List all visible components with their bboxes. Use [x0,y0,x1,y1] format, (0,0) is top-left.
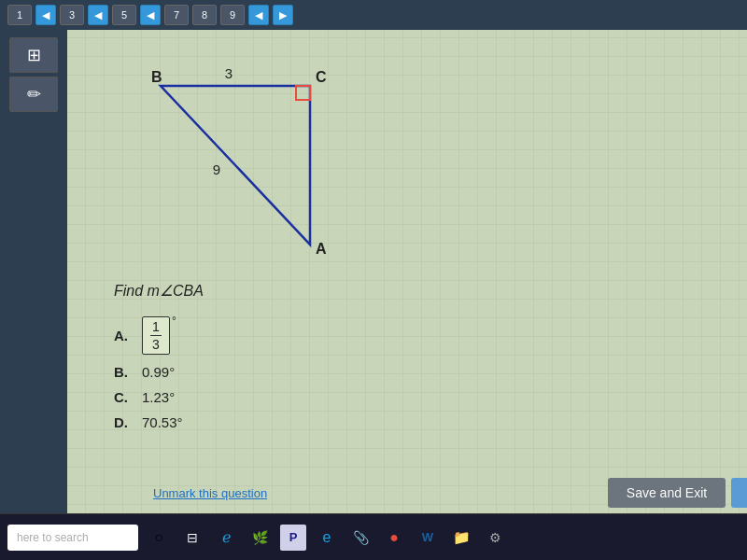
vertex-c-label: C [316,69,327,85]
nav-next-arrow[interactable]: ▶ [273,5,293,25]
grid-tool[interactable]: ⊞ [9,37,58,73]
taskbar-desktop-icon[interactable]: ⊟ [179,525,205,551]
side-ba-label: 9 [213,161,220,177]
taskbar-word-icon[interactable]: W [415,525,441,551]
nav-prev-arrow[interactable]: ◀ [35,5,56,25]
top-navigation: 1 ◀ 3 ◀ 5 ◀ 7 8 9 ◀ ▶ [0,0,747,30]
option-d-value: 70.53° [142,414,183,430]
taskbar-p-icon[interactable]: P [280,525,306,551]
nav-prev-arrow-2[interactable]: ◀ [88,5,108,25]
option-b-value: 0.99° [142,364,175,380]
action-buttons: Save and Exit Next [608,478,747,508]
nav-prev-arrow-4[interactable]: ◀ [248,5,269,25]
option-a-value: 1 3 ° [142,316,176,355]
triangle-diagram: B C A 3 9 [133,58,338,263]
pencil-tool[interactable]: ✏ [9,77,58,112]
nav-btn-7[interactable]: 7 [164,5,189,25]
right-angle-marker [296,86,310,100]
question-area: Find m∠CBA A. 1 3 ° B. 0.99° C. 1. [95,282,719,430]
nav-btn-3[interactable]: 3 [60,5,84,25]
option-c-label: C. [114,389,133,405]
taskbar-edge-icon[interactable]: ℯ [213,525,239,551]
bottom-action-bar: Unmark this question Save and Exit Next [134,472,747,513]
search-placeholder-text: here to search [17,531,89,544]
left-sidebar: ⊞ ✏ [0,30,67,560]
option-a-label: A. [114,328,133,343]
nav-btn-8[interactable]: 8 [192,5,217,25]
option-a[interactable]: A. 1 3 ° [114,316,700,355]
nav-btn-5[interactable]: 5 [112,5,136,25]
nav-btn-9[interactable]: 9 [220,5,245,25]
main-content: B C A 3 9 Find m∠CBA A. 1 3 ° [67,30,747,560]
option-d[interactable]: D. 70.53° [114,414,700,430]
taskbar-misc-icon[interactable]: ⚙ [482,525,508,551]
taskbar-circle-icon[interactable]: ○ [146,525,172,551]
taskbar-folder-icon[interactable]: 📁 [448,525,474,551]
triangle-shape [161,86,310,245]
taskbar-red-icon[interactable]: ● [381,525,407,551]
save-exit-button[interactable]: Save and Exit [608,478,726,508]
unmark-question-button[interactable]: Unmark this question [153,486,267,500]
search-bar: here to search [7,525,138,551]
vertex-b-label: B [151,69,162,85]
nav-btn-1[interactable]: 1 [7,5,32,25]
fraction-denominator: 3 [152,336,160,352]
option-c-value: 1.23° [142,389,175,405]
fraction-numerator: 1 [150,319,162,336]
taskbar-network-icon[interactable]: 📎 [347,525,374,551]
nav-prev-arrow-3[interactable]: ◀ [140,5,161,25]
option-d-label: D. [114,414,133,430]
taskbar: here to search ○ ⊟ ℯ 🌿 P e 📎 ● W 📁 ⚙ [0,513,747,560]
side-bc-label: 3 [225,65,233,81]
option-b-label: B. [114,364,133,380]
question-text: Find m∠CBA [114,282,700,300]
next-button[interactable]: Next [731,478,747,508]
option-c[interactable]: C. 1.23° [114,389,700,405]
vertex-a-label: A [316,241,327,257]
option-b[interactable]: B. 0.99° [114,364,700,380]
taskbar-app1-icon[interactable]: 🌿 [247,525,273,551]
taskbar-ie-icon[interactable]: e [314,525,340,551]
